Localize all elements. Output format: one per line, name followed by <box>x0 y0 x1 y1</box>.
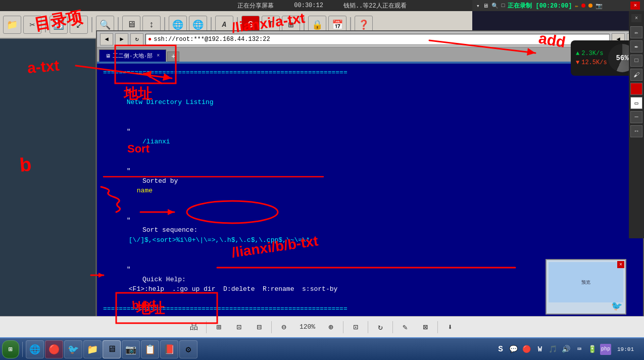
display-icon: □ <box>502 3 505 9</box>
toolbar-btn-1[interactable]: 📁 <box>3 16 21 34</box>
taskbar-right-area: S 💬 🔴 W 🎵 🔊 ⌨ 🔋 php 19:01 <box>495 344 642 355</box>
start-button[interactable]: ⊞ <box>2 340 19 358</box>
taskbar-icon-bird[interactable]: 🐦 <box>64 340 82 358</box>
sys-icon-chat[interactable]: 💬 <box>508 344 519 355</box>
pdf-crop2-btn[interactable]: ⊠ <box>417 320 433 335</box>
toolbar-sep-4 <box>164 17 165 32</box>
new-tab-button[interactable]: + <box>167 52 179 62</box>
upload-speed: ▲ 2.3K/s <box>576 50 607 57</box>
pdf-zoom-out-btn[interactable]: ⊖ <box>276 320 292 335</box>
pdf-sep-2 <box>271 321 272 333</box>
annotation-arrows-btn[interactable]: ↔ <box>630 125 642 137</box>
toolbar-sep-8 <box>350 17 351 32</box>
thumbnail-close-btn[interactable]: × <box>617 261 624 268</box>
bird-icon: 🐦 <box>611 300 622 312</box>
taskbar-icon-book[interactable]: 📕 <box>160 340 178 358</box>
pdf-sep-5 <box>392 321 393 333</box>
toolbar-btn-4[interactable]: ↙ <box>70 16 88 34</box>
sys-icon-s[interactable]: S <box>495 344 506 355</box>
taskbar-icon-camera[interactable]: 📷 <box>122 340 140 358</box>
recording-status: 正在录制 [00:20:00] <box>508 2 572 10</box>
tab-label: 工二侧·大地·部 <box>113 52 153 60</box>
pdf-sep-1 <box>206 321 207 333</box>
separator-line-1: ========================================… <box>103 68 637 78</box>
toolbar-sep-3 <box>118 17 119 32</box>
sorted-line: " Sorted by name <box>103 157 637 206</box>
taskbar-icon-red[interactable]: 🔴 <box>45 340 63 358</box>
window-close-btn[interactable]: × <box>630 2 640 10</box>
annotation-panel-close[interactable]: × <box>631 14 641 22</box>
camera-icon: 📷 <box>596 3 603 9</box>
up-arrow-icon: ▲ <box>576 50 579 57</box>
pdf-sep-4 <box>368 321 368 333</box>
toolbar-sep-6 <box>237 17 238 32</box>
rec-dot-1 <box>581 4 585 8</box>
taskbar-icon-monitor[interactable]: 🖥 <box>103 340 121 358</box>
annotation-color-red-btn[interactable] <box>630 83 642 95</box>
pdf-edit-btn[interactable]: ✎ <box>397 320 413 335</box>
pdf-zoom-in-btn[interactable]: ⊕ <box>323 320 339 335</box>
pdf-download-btn[interactable]: ⬇ <box>442 320 458 335</box>
tab-close-btn[interactable]: × <box>157 53 160 59</box>
annotation-line-btn[interactable]: — <box>630 111 642 123</box>
terminal-content[interactable]: ========================================… <box>97 64 643 360</box>
minimize-btn[interactable]: ▾ <box>476 3 480 9</box>
left-sidebar <box>0 11 96 337</box>
sharing-time: 00:30:12 <box>294 2 323 9</box>
pdf-crop-btn[interactable]: ⊟ <box>251 320 267 335</box>
annotation-eraser-btn[interactable]: ▭ <box>630 97 642 109</box>
toolbar-sep-7 <box>304 17 305 32</box>
clock-time: 19:01 <box>617 346 634 352</box>
viewers-text: 钱韬..等22人正在观看 <box>343 2 407 10</box>
annotation-pen-btn[interactable]: ✒ <box>630 40 642 53</box>
annotation-pencil-btn[interactable]: ✏ <box>630 26 642 38</box>
down-arrow-icon: ▼ <box>576 59 579 66</box>
system-clock: 19:01 <box>613 346 638 352</box>
rec-dot-2 <box>588 4 592 8</box>
taskbar-icon-settings[interactable]: ⚙ <box>179 340 197 358</box>
thumbnail-preview: 预览 <box>549 262 623 302</box>
sys-icon-battery[interactable]: 🔋 <box>587 344 598 355</box>
sort-seq-line: " Sort sequence: [\/]$,<sort>%i\0+\|\=>,… <box>103 205 637 255</box>
sys-icon-keyboard[interactable]: ⌨ <box>574 344 585 355</box>
toolbar-sep-2 <box>91 17 92 32</box>
taskbar-icon-clipboard[interactable]: 📋 <box>141 340 159 358</box>
thumbnail-panel: × 预览 🐦 <box>546 259 626 315</box>
taskbar: ⊞ 🌐 🔴 🐦 📁 🖥 📷 📋 📕 ⚙ S 💬 🔴 W 🎵 🔊 ⌨ 🔋 php … <box>0 337 644 360</box>
sys-icon-red[interactable]: 🔴 <box>521 344 532 355</box>
pdf-grid-btn[interactable]: 品 <box>186 320 202 335</box>
back-button[interactable]: ◀ <box>100 33 113 45</box>
refresh-button[interactable]: ↻ <box>130 33 143 45</box>
browser-toolbar: ◀ ▶ ↻ ● ssh://root:***@192.168.44.132:22… <box>97 31 643 47</box>
path-line: " /lianxi <box>103 117 637 157</box>
sys-icon-w[interactable]: W <box>534 344 546 355</box>
address-text: ssh://root:***@192.168.44.132:22 <box>154 36 270 43</box>
taskbar-icon-globe[interactable]: 🌐 <box>26 340 44 358</box>
pdf-sep-6 <box>437 321 438 333</box>
monitor-icon: 🖥 <box>483 3 488 9</box>
download-speed: ▼ 12.5K/s <box>576 59 607 66</box>
sys-icon-music[interactable]: 🎵 <box>548 344 559 355</box>
sys-icon-php: php <box>600 344 611 355</box>
tab-icon: 🖥 <box>106 53 111 59</box>
address-bar[interactable]: ● ssh://root:***@192.168.44.132:22 <box>145 34 610 45</box>
annotation-panel: × ✏ ✒ □ 🖌 ▭ — ↔ <box>629 11 644 238</box>
sys-icon-volume[interactable]: 🔊 <box>561 344 572 355</box>
netw-title: " Netw Directory Listing <box>103 78 637 117</box>
pdf-page-btn[interactable]: ⊡ <box>348 320 364 335</box>
toolbar-btn-3[interactable]: 🔄 <box>49 16 68 34</box>
tab-bar: 🖥 工二侧·大地·部 × + <box>97 47 643 62</box>
address-icon: ● <box>148 36 152 43</box>
pdf-rotate-btn[interactable]: ↻ <box>372 320 388 335</box>
taskbar-icon-folder[interactable]: 📁 <box>83 340 102 358</box>
browser-tab-1[interactable]: 🖥 工二侧·大地·部 × <box>99 49 166 62</box>
forward-button[interactable]: ▶ <box>115 33 128 45</box>
toolbar-sep-5 <box>211 17 212 32</box>
annotation-square-btn[interactable]: □ <box>630 55 642 67</box>
toolbar-btn-2[interactable]: ✂ <box>23 16 41 34</box>
pdf-view-btn[interactable]: ⊡ <box>231 320 247 335</box>
toolbar-sep-1 <box>45 17 46 32</box>
pdf-fit-btn[interactable]: ⊞ <box>211 320 227 335</box>
annotation-brush-btn[interactable]: 🖌 <box>630 69 642 81</box>
start-icon: ⊞ <box>9 345 13 353</box>
